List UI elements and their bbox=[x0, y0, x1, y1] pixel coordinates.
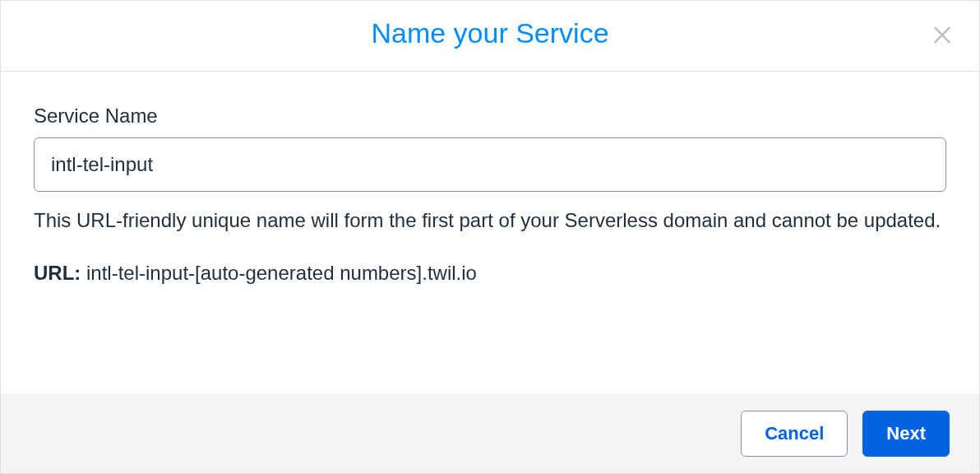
modal-title: Name your Service bbox=[1, 17, 979, 49]
modal-body: Service Name This URL-friendly unique na… bbox=[1, 72, 979, 394]
next-button[interactable]: Next bbox=[862, 411, 950, 457]
modal-footer: Cancel Next bbox=[1, 394, 979, 473]
url-label: URL: bbox=[34, 262, 81, 284]
url-preview: URL: intl-tel-input-[auto-generated numb… bbox=[34, 262, 946, 285]
close-button[interactable] bbox=[928, 21, 956, 51]
close-icon bbox=[931, 24, 953, 48]
cancel-button[interactable]: Cancel bbox=[741, 411, 848, 457]
service-name-input[interactable] bbox=[34, 137, 946, 192]
modal-header: Name your Service bbox=[1, 1, 979, 72]
name-service-modal: Name your Service Service Name This URL-… bbox=[0, 0, 980, 474]
service-name-label: Service Name bbox=[34, 105, 946, 128]
url-value: intl-tel-input-[auto-generated numbers].… bbox=[86, 262, 477, 284]
help-text: This URL-friendly unique name will form … bbox=[34, 205, 946, 235]
